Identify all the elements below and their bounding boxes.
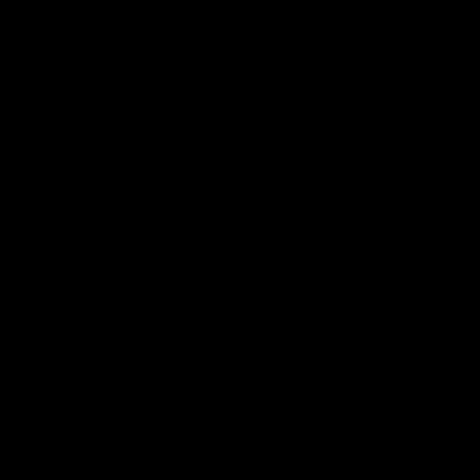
chart-frame bbox=[0, 0, 476, 476]
plot-area bbox=[18, 18, 458, 458]
bottleneck-chart bbox=[18, 18, 458, 458]
gradient-background bbox=[18, 18, 458, 458]
